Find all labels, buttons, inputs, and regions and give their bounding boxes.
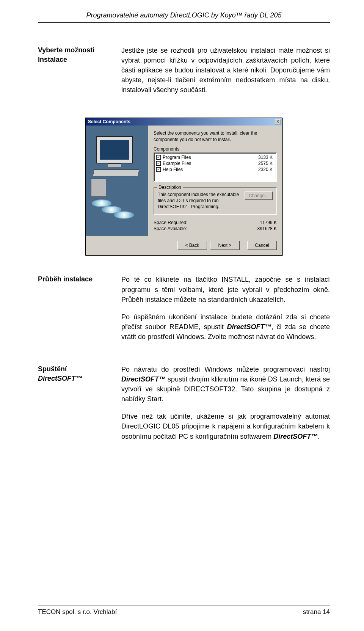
list-item-label: Example Files	[163, 161, 258, 166]
section-options: Vyberte možnosti instalace Jestliže jste…	[38, 46, 330, 102]
description-text: This component includes the executable f…	[158, 191, 241, 210]
footer-left: TECON spol. s r.o. Vrchlabí	[38, 608, 117, 616]
dialog-title: Select Components	[88, 119, 130, 124]
list-item[interactable]: ✓ Program Files 3133 K	[155, 154, 275, 160]
section-progress-p1: Po té co kliknete na tlačítko INSTALL, z…	[121, 275, 330, 304]
dialog-titlebar: Select Components ×	[86, 118, 282, 126]
cancel-button[interactable]: Cancel	[247, 241, 277, 250]
close-icon[interactable]: ×	[275, 119, 281, 124]
change-button: Change...	[245, 191, 273, 200]
header-divider	[38, 22, 330, 23]
section-launch-p1: Po návratu do prostředí Windows můžete p…	[121, 364, 330, 404]
section-progress-label: Průběh instalace	[38, 275, 110, 349]
checkbox-icon[interactable]: ✓	[156, 167, 161, 172]
checkbox-icon[interactable]: ✓	[156, 161, 161, 166]
section-launch-label: Spuštění DirectSOFT™	[38, 364, 110, 449]
description-group: Description This component includes the …	[154, 187, 277, 215]
dialog-sidebar-art	[86, 126, 148, 236]
footer-divider	[38, 606, 330, 606]
dialog-screenshot: Select Components × Select the component…	[38, 118, 330, 256]
back-button[interactable]: < Back	[177, 241, 207, 250]
description-legend: Description	[157, 185, 183, 190]
list-item[interactable]: ✓ Example Files 2575 K	[155, 160, 275, 166]
space-available-label: Space Available:	[154, 226, 187, 231]
components-listbox[interactable]: ✓ Program Files 3133 K ✓ Example Files 2…	[154, 152, 277, 182]
section-options-label: Vyberte možnosti instalace	[38, 46, 110, 102]
footer-right: strana 14	[303, 608, 330, 616]
list-item-label: Help Files	[163, 167, 258, 172]
running-header: Programovatelné automaty DirectLOGIC by …	[38, 11, 330, 19]
components-label: Components	[154, 146, 277, 152]
space-required-value: 11799 K	[260, 220, 277, 225]
section-progress-p2: Po úspěšném ukončení instalace budete do…	[121, 312, 330, 342]
space-required-label: Space Required:	[154, 220, 187, 225]
dialog-instruction: Select the components you want to instal…	[154, 130, 277, 142]
next-button[interactable]: Next >	[210, 241, 240, 250]
list-item-label: Program Files	[163, 155, 258, 160]
list-item-size: 2320 K	[258, 167, 273, 172]
section-options-body: Jestliže jste se rozhodli pro uživatelsk…	[121, 46, 330, 95]
section-launch-p2: Dříve než tak učiníte, ukážeme si jak pr…	[121, 411, 330, 441]
section-launch: Spuštění DirectSOFT™ Po návratu do prost…	[38, 364, 330, 449]
page-footer: TECON spol. s r.o. Vrchlabí strana 14	[38, 606, 330, 616]
section-progress: Průběh instalace Po té co kliknete na tl…	[38, 275, 330, 349]
list-item[interactable]: ✓ Help Files 2320 K	[155, 166, 275, 173]
list-item-size: 2575 K	[258, 161, 273, 166]
space-available-value: 391628 K	[257, 226, 277, 231]
list-item-size: 3133 K	[258, 155, 273, 160]
checkbox-icon[interactable]: ✓	[156, 155, 161, 160]
